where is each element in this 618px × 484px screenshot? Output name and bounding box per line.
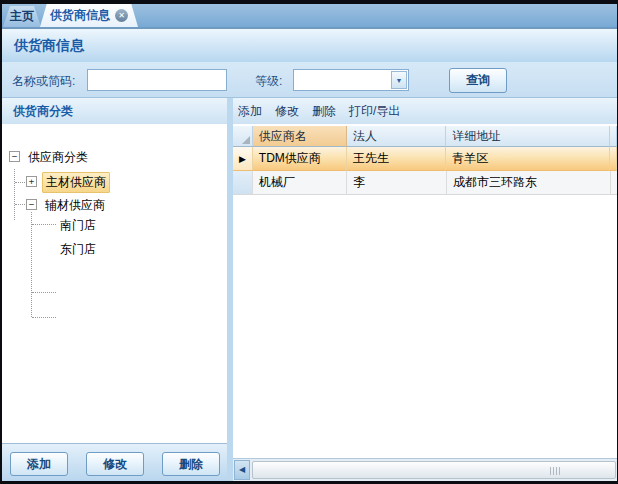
collapse-icon[interactable]: −: [9, 151, 20, 162]
tab-home[interactable]: 主页: [3, 6, 41, 27]
cell-address[interactable]: 成都市三环路东: [447, 171, 611, 195]
tree-line: [32, 317, 56, 318]
name-code-label: 名称或简码:: [12, 73, 75, 90]
table-row-selected[interactable]: ▶ TDM供应商 王先生 青羊区: [233, 147, 617, 171]
name-code-input[interactable]: [87, 69, 227, 91]
tree-line: [14, 169, 15, 220]
tab-supplier-info[interactable]: 供货商信息 ✕: [40, 3, 138, 27]
grid-toolbar: 添加 修改 删除 打印/导出: [233, 98, 617, 125]
toolbar-add-link[interactable]: 添加: [238, 103, 262, 120]
search-bar: 名称或简码: 等级: ▼ 查询: [2, 62, 617, 98]
column-header-supplier-name[interactable]: 供应商名: [253, 126, 347, 147]
select-all-cell[interactable]: [233, 126, 253, 147]
tree-line: [32, 292, 56, 293]
toolbar-edit-link[interactable]: 修改: [275, 103, 299, 120]
table-header-row: 供应商名 法人 详细地址: [233, 126, 617, 147]
category-panel-title: 供货商分类: [13, 103, 73, 120]
tree-line: [15, 204, 25, 205]
column-header-legal-person[interactable]: 法人: [347, 126, 446, 147]
tree-node-east-store[interactable]: 东门店: [57, 240, 99, 259]
toolbar-print-export-link[interactable]: 打印/导出: [349, 103, 400, 120]
query-button[interactable]: 查询: [449, 68, 507, 93]
current-row-arrow-icon: ▶: [239, 154, 246, 164]
scrollbar-thumb[interactable]: [252, 461, 616, 479]
tree-edit-button[interactable]: 修改: [86, 452, 144, 476]
tree-node-main-supplier[interactable]: 主材供应商: [42, 172, 110, 193]
supplier-info-window: 主页 供货商信息 ✕ 供货商信息 名称或简码: 等级: ▼ 查询 供货商分类: [0, 0, 618, 484]
page-header: 供货商信息: [2, 28, 617, 62]
column-header-address[interactable]: 详细地址: [446, 126, 610, 147]
scroll-left-icon[interactable]: ◀: [234, 460, 250, 480]
tree-line: [15, 182, 25, 183]
page-title: 供货商信息: [14, 37, 84, 55]
tree-node-root[interactable]: 供应商分类: [25, 148, 91, 167]
close-tab-icon[interactable]: ✕: [115, 9, 128, 22]
supplier-list-panel: 添加 修改 删除 打印/导出 供应商名 法人 详细地址 ▶ TDM供应商 王先生: [233, 98, 617, 481]
table-row[interactable]: 机械厂 李 成都市三环路东: [233, 171, 617, 195]
tree-node-south-store[interactable]: 南门店: [57, 216, 99, 235]
cell-address[interactable]: 青羊区: [446, 147, 610, 171]
category-panel-header: 供货商分类: [2, 98, 227, 125]
chevron-down-icon[interactable]: ▼: [391, 71, 407, 89]
tree-button-strip: 添加 修改 删除: [2, 443, 227, 481]
supplier-table: 供应商名 法人 详细地址 ▶ TDM供应商 王先生 青羊区 机械厂 李 成都市三…: [233, 126, 617, 195]
cell-legal-person[interactable]: 王先生: [347, 147, 446, 171]
collapse-icon[interactable]: −: [26, 199, 37, 210]
row-indicator-cell[interactable]: [233, 171, 253, 195]
toolbar-delete-link[interactable]: 删除: [312, 103, 336, 120]
window-edge-top: [0, 0, 618, 4]
column-header-clipped[interactable]: [610, 126, 617, 147]
tree-delete-button[interactable]: 删除: [162, 452, 220, 476]
level-label: 等级:: [255, 73, 282, 90]
window-edge-left: [0, 0, 2, 484]
category-panel: 供货商分类 − 供应商分类 + 主材供应商 − 辅材供应商: [2, 98, 227, 481]
select-all-corner-icon: [242, 136, 250, 144]
horizontal-scrollbar[interactable]: ◀: [233, 458, 617, 481]
tree-add-button[interactable]: 添加: [10, 452, 68, 476]
cell-supplier-name[interactable]: 机械厂: [253, 171, 348, 195]
tab-home-label: 主页: [10, 8, 34, 25]
scrollbar-grip-icon: [550, 467, 560, 475]
tab-supplier-label: 供货商信息: [50, 7, 110, 24]
cell-legal-person[interactable]: 李: [347, 171, 446, 195]
expand-icon[interactable]: +: [26, 176, 37, 187]
row-indicator-cell[interactable]: ▶: [233, 147, 253, 171]
tree-line: [32, 224, 56, 225]
category-tree: − 供应商分类 + 主材供应商 − 辅材供应商 南门店 东门店: [2, 125, 227, 441]
cell-supplier-name[interactable]: TDM供应商: [253, 147, 347, 171]
tree-line: [31, 212, 32, 317]
level-select[interactable]: ▼: [293, 69, 409, 91]
tree-node-aux-supplier[interactable]: 辅材供应商: [42, 196, 108, 215]
cell-clipped[interactable]: [610, 147, 617, 171]
tab-bar: 主页 供货商信息 ✕: [2, 4, 617, 28]
